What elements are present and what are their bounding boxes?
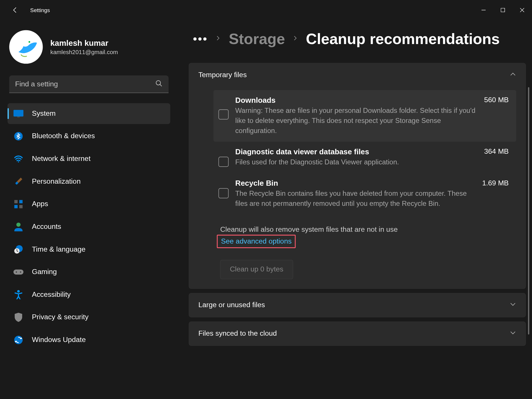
nav-update[interactable]: Windows Update bbox=[7, 329, 170, 350]
nav-label: Network & internet bbox=[32, 155, 91, 163]
panel-synced-files: Files synced to the cloud bbox=[189, 321, 526, 345]
bluetooth-icon bbox=[13, 132, 24, 141]
checkbox-downloads[interactable] bbox=[219, 109, 229, 119]
nav-accounts[interactable]: Accounts bbox=[7, 216, 170, 237]
profile-email: kamlesh2011@gmail.com bbox=[50, 49, 118, 55]
panel-temp-header[interactable]: Temporary files bbox=[189, 63, 526, 87]
cleanup-item-diagnostic[interactable]: Diagnostic data viewer database files Fi… bbox=[213, 142, 516, 173]
nav-network[interactable]: Network & internet bbox=[7, 148, 170, 169]
panel-temp-files: Temporary files Downloads Warning: These… bbox=[189, 63, 526, 288]
svg-rect-10 bbox=[14, 205, 18, 208]
minimize-button[interactable] bbox=[474, 2, 493, 18]
breadcrumb-parent[interactable]: Storage bbox=[229, 30, 285, 48]
accessibility-icon bbox=[13, 290, 24, 299]
chevron-down-icon bbox=[510, 301, 516, 309]
scrollbar[interactable] bbox=[528, 87, 529, 335]
breadcrumb-ellipsis[interactable]: ••• bbox=[193, 33, 208, 45]
search-box bbox=[9, 75, 169, 93]
panel-large-files: Large or unused files bbox=[189, 293, 526, 317]
cleanup-note: Cleanup will also remove system files th… bbox=[220, 225, 516, 234]
display-icon bbox=[13, 110, 24, 117]
item-size: 560 MB bbox=[484, 96, 509, 136]
svg-rect-0 bbox=[501, 8, 505, 12]
gamepad-icon bbox=[13, 269, 24, 275]
chevron-right-icon bbox=[215, 35, 221, 43]
nav-label: Apps bbox=[32, 200, 48, 208]
nav-label: Privacy & security bbox=[32, 313, 89, 322]
nav-label: Gaming bbox=[32, 268, 57, 276]
panel-title: Large or unused files bbox=[198, 301, 265, 309]
item-desc: Files used for the Diagnostic Data Viewe… bbox=[235, 157, 478, 167]
app-title: Settings bbox=[30, 7, 50, 13]
svg-point-7 bbox=[18, 161, 19, 162]
svg-point-18 bbox=[17, 290, 20, 293]
checkbox-recyclebin[interactable] bbox=[219, 188, 229, 198]
back-button[interactable] bbox=[7, 2, 23, 18]
nav-bluetooth[interactable]: Bluetooth & devices bbox=[7, 126, 170, 147]
avatar bbox=[9, 30, 43, 64]
breadcrumb: ••• Storage Cleanup recommendations bbox=[193, 30, 526, 48]
item-name: Recycle Bin bbox=[235, 179, 476, 188]
panel-large-header[interactable]: Large or unused files bbox=[189, 293, 526, 317]
panel-title: Files synced to the cloud bbox=[198, 329, 277, 338]
nav: System Bluetooth & devices Network & int… bbox=[7, 103, 170, 350]
main-content: ••• Storage Cleanup recommendations Temp… bbox=[176, 20, 532, 399]
close-button[interactable] bbox=[512, 2, 532, 18]
svg-point-2 bbox=[29, 41, 30, 43]
svg-rect-4 bbox=[14, 110, 24, 116]
nav-label: Windows Update bbox=[32, 336, 86, 344]
item-size: 364 MB bbox=[484, 147, 509, 167]
search-icon bbox=[155, 80, 163, 89]
svg-point-12 bbox=[16, 223, 21, 227]
cleanup-item-downloads[interactable]: Downloads Warning: These are files in yo… bbox=[213, 90, 516, 142]
cleanup-button[interactable]: Clean up 0 bytes bbox=[220, 260, 293, 279]
sidebar: kamlesh kumar kamlesh2011@gmail.com Syst… bbox=[0, 20, 176, 399]
svg-point-16 bbox=[16, 271, 17, 273]
item-size: 1.69 MB bbox=[482, 179, 509, 208]
svg-point-3 bbox=[156, 81, 160, 85]
titlebar: Settings bbox=[0, 0, 532, 20]
svg-rect-15 bbox=[14, 269, 24, 274]
checkbox-diagnostic[interactable] bbox=[219, 157, 229, 167]
search-input[interactable] bbox=[9, 75, 169, 93]
item-desc: The Recycle Bin contains files you have … bbox=[235, 189, 476, 209]
panel-title: Temporary files bbox=[198, 71, 247, 79]
svg-rect-9 bbox=[19, 200, 23, 204]
clock-globe-icon bbox=[13, 245, 24, 254]
nav-personalization[interactable]: Personalization bbox=[7, 171, 170, 192]
nav-label: Personalization bbox=[32, 177, 81, 186]
profile-block[interactable]: kamlesh kumar kamlesh2011@gmail.com bbox=[9, 30, 170, 64]
nav-time[interactable]: Time & language bbox=[7, 239, 170, 260]
window-controls bbox=[474, 2, 532, 18]
chevron-right-icon bbox=[293, 35, 298, 43]
svg-point-17 bbox=[20, 271, 21, 273]
profile-name: kamlesh kumar bbox=[50, 39, 118, 48]
panel-synced-header[interactable]: Files synced to the cloud bbox=[189, 322, 526, 345]
nav-label: Time & language bbox=[32, 245, 86, 254]
item-name: Diagnostic data viewer database files bbox=[235, 147, 478, 156]
nav-accessibility[interactable]: Accessibility bbox=[7, 284, 170, 305]
nav-label: Accessibility bbox=[32, 290, 71, 299]
nav-label: Accounts bbox=[32, 223, 61, 231]
nav-privacy[interactable]: Privacy & security bbox=[7, 307, 170, 328]
svg-rect-5 bbox=[17, 117, 20, 117]
chevron-up-icon bbox=[510, 71, 516, 79]
apps-icon bbox=[13, 200, 24, 208]
chevron-down-icon bbox=[510, 329, 516, 338]
maximize-button[interactable] bbox=[493, 2, 512, 18]
cleanup-item-recyclebin[interactable]: Recycle Bin The Recycle Bin contains fil… bbox=[213, 173, 516, 214]
brush-icon bbox=[13, 177, 24, 186]
shield-icon bbox=[13, 313, 24, 322]
item-desc: Warning: These are files in your persona… bbox=[235, 106, 478, 136]
person-icon bbox=[13, 222, 24, 231]
svg-rect-11 bbox=[19, 205, 23, 208]
nav-apps[interactable]: Apps bbox=[7, 194, 170, 215]
page-title: Cleanup recommendations bbox=[306, 30, 500, 48]
item-name: Downloads bbox=[235, 96, 478, 105]
nav-label: Bluetooth & devices bbox=[32, 132, 95, 140]
see-advanced-options-link[interactable]: See advanced options bbox=[217, 235, 296, 248]
update-icon bbox=[13, 335, 24, 345]
nav-system[interactable]: System bbox=[7, 103, 170, 124]
nav-gaming[interactable]: Gaming bbox=[7, 262, 170, 283]
svg-rect-8 bbox=[14, 200, 18, 204]
